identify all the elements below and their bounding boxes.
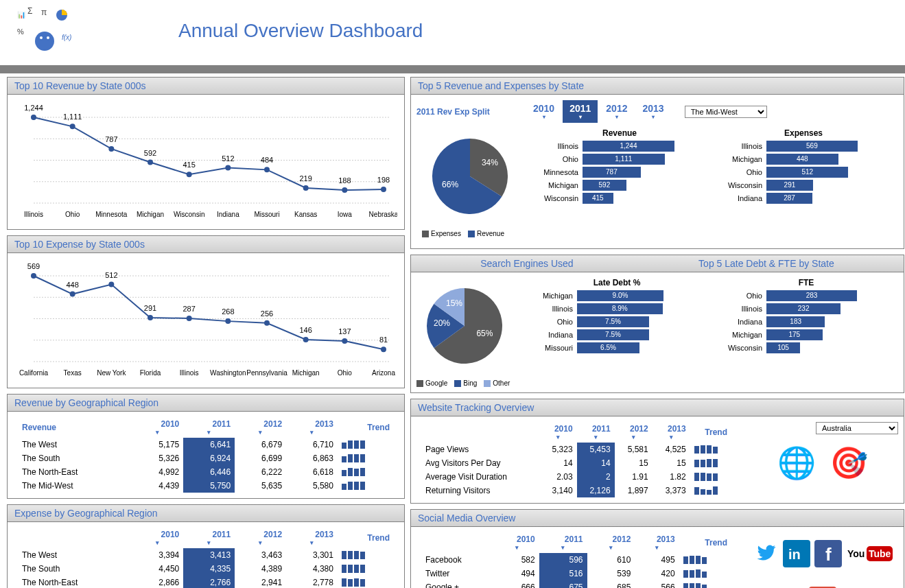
svg-point-51 xyxy=(108,282,114,287)
table-row: Avg Visitors Per Day14141515 xyxy=(421,456,731,470)
legend: GoogleBingOther xyxy=(416,379,519,387)
svg-text:%: % xyxy=(17,27,24,36)
svg-text:f: f xyxy=(825,544,832,565)
svg-text:Texas: Texas xyxy=(64,369,82,377)
col-header: Trend xyxy=(690,422,731,443)
col-header[interactable]: 2013▾ xyxy=(286,417,338,438)
svg-text:219: 219 xyxy=(299,174,312,183)
col-header[interactable]: 2012▾ xyxy=(615,422,653,443)
svg-point-49 xyxy=(31,273,36,279)
col-header[interactable] xyxy=(421,532,495,553)
col-header[interactable]: 2010▾ xyxy=(132,528,183,548)
col-header[interactable]: 2013▾ xyxy=(635,532,679,553)
svg-text:268: 268 xyxy=(222,307,234,316)
col-header[interactable]: 2012▾ xyxy=(235,528,286,548)
svg-text:15%: 15% xyxy=(446,298,462,308)
panel-expense-region: Expense by Geographical Region 2010▾2011… xyxy=(7,504,405,588)
year-tab-2010[interactable]: 2010▾ xyxy=(526,100,561,123)
region-select[interactable]: The Mid-West xyxy=(685,106,767,118)
table-row: The West5,1756,6416,6796,710 xyxy=(18,438,394,451)
svg-text:287: 287 xyxy=(183,305,195,313)
col-header[interactable]: 2010▾ xyxy=(539,422,577,443)
svg-point-20 xyxy=(264,167,270,172)
year-tabs: 2010▾2011▾2012▾2013▾ xyxy=(526,100,671,123)
svg-text:in: in xyxy=(788,547,801,562)
year-tab-2013[interactable]: 2013▾ xyxy=(635,100,670,123)
table-row: Average Visit Duration2.0321.911.82 xyxy=(421,470,731,484)
svg-text:Tube: Tube xyxy=(869,548,891,559)
bar-row: Michigan175 xyxy=(714,329,898,340)
col-header[interactable]: 2013▾ xyxy=(286,528,338,548)
bar-row: Missouri6.5% xyxy=(525,342,709,353)
table-row: Page Views5,3235,4535,5814,525 xyxy=(421,443,731,456)
svg-text:Pennsylvania: Pennsylvania xyxy=(246,369,287,377)
panel-title: Top 5 Revenue and Expenses by State xyxy=(411,78,904,95)
svg-point-18 xyxy=(187,172,192,177)
bar-row: Ohio283 xyxy=(714,290,898,301)
svg-point-22 xyxy=(342,187,347,193)
svg-text:256: 256 xyxy=(261,309,273,318)
panel-title: Top 10 Revenue by State 000s xyxy=(8,78,404,95)
col-header[interactable]: 2012▾ xyxy=(235,417,286,438)
bar-row: Michigan592 xyxy=(530,180,709,191)
svg-text:198: 198 xyxy=(377,176,390,184)
revexp-pie-chart: 34%66% ExpensesRevenue xyxy=(422,128,525,237)
col-header[interactable]: 2011▾ xyxy=(539,532,587,553)
col-header[interactable]: 2011▾ xyxy=(577,422,615,443)
svg-point-56 xyxy=(303,337,309,342)
panel-title: Social Media Overview xyxy=(411,510,904,527)
panel-top10-revenue: Top 10 Revenue by State 000s 1,2441,1117… xyxy=(7,77,405,230)
svg-text:66%: 66% xyxy=(442,180,458,189)
svg-text:81: 81 xyxy=(379,336,388,344)
svg-text:291: 291 xyxy=(144,304,156,312)
search-pie-chart: 65%20%15% GoogleBingOther xyxy=(416,278,519,387)
svg-text:569: 569 xyxy=(27,262,40,270)
table-row: Returning Visitors3,1402,1261,8973,373 xyxy=(421,484,731,497)
svg-point-23 xyxy=(381,187,386,192)
panel-title: Revenue by Geographical Region xyxy=(8,395,404,412)
svg-text:Michigan: Michigan xyxy=(292,369,320,377)
col-header[interactable]: Revenue xyxy=(18,417,132,438)
svg-text:592: 592 xyxy=(144,149,156,157)
col-header[interactable]: 2011▾ xyxy=(183,528,235,548)
svg-text:Washington: Washington xyxy=(210,369,246,377)
panel-top10-expense: Top 10 Expense by State 000s 56944851229… xyxy=(7,235,405,388)
svg-text:787: 787 xyxy=(105,135,117,143)
col-header[interactable]: 2012▾ xyxy=(587,532,635,553)
bar-row: Ohio7.5% xyxy=(525,316,709,327)
col-header[interactable] xyxy=(18,528,132,548)
year-tab-2012[interactable]: 2012▾ xyxy=(599,100,634,123)
svg-text:512: 512 xyxy=(222,154,234,163)
expense-bars-title: Expenses xyxy=(714,128,893,138)
bar-row: Illinois8.9% xyxy=(525,303,709,314)
svg-text:146: 146 xyxy=(299,326,312,334)
svg-text:You: You xyxy=(847,548,865,559)
col-header[interactable]: 2011▾ xyxy=(183,417,235,438)
bar-row: Wisconsin415 xyxy=(530,193,709,204)
col-header[interactable]: 2013▾ xyxy=(653,422,690,443)
country-select[interactable]: Australia xyxy=(816,422,898,434)
col-header[interactable] xyxy=(421,422,539,443)
bar-row: Illinois232 xyxy=(714,303,898,314)
svg-text:Illinois: Illinois xyxy=(180,369,199,377)
page-title: Annual Overview Dashboard xyxy=(178,20,423,42)
svg-point-5 xyxy=(35,32,54,51)
pie-label: 2011 Rev Exp Split xyxy=(416,107,513,117)
panel-title: Top 10 Expense by State 000s xyxy=(8,236,404,253)
svg-text:65%: 65% xyxy=(476,329,493,338)
col-header[interactable]: 2010▾ xyxy=(495,532,539,553)
year-tab-2011[interactable]: 2011▾ xyxy=(563,100,598,123)
col-header[interactable]: 2010▾ xyxy=(132,417,183,438)
svg-text:448: 448 xyxy=(66,281,78,289)
bar-row: Illinois569 xyxy=(714,141,893,152)
panel-website: Website Tracking Overview 2010▾2011▾2012… xyxy=(410,399,904,504)
svg-text:1,111: 1,111 xyxy=(63,113,82,121)
table-row: The Mid-West4,4395,7505,6355,580 xyxy=(18,479,394,493)
svg-text:Ohio: Ohio xyxy=(65,211,80,218)
svg-text:Iowa: Iowa xyxy=(338,211,353,218)
logo-icon: 📊Σπ%f(x) xyxy=(14,7,75,55)
table-row: Facebook582596610495 xyxy=(421,553,731,567)
table-row: The North-East4,9926,4466,2226,618 xyxy=(18,465,394,479)
svg-text:Florida: Florida xyxy=(140,369,161,377)
svg-text:Illinois: Illinois xyxy=(24,211,43,218)
